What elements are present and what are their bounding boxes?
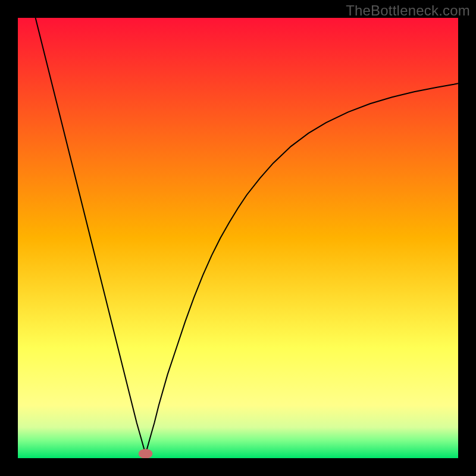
minimum-marker: [139, 449, 153, 458]
chart-svg: [18, 18, 458, 458]
plot-area: [18, 18, 458, 458]
gradient-background: [18, 18, 458, 458]
chart-canvas: TheBottleneck.com: [0, 0, 476, 476]
watermark-text: TheBottleneck.com: [346, 2, 470, 19]
